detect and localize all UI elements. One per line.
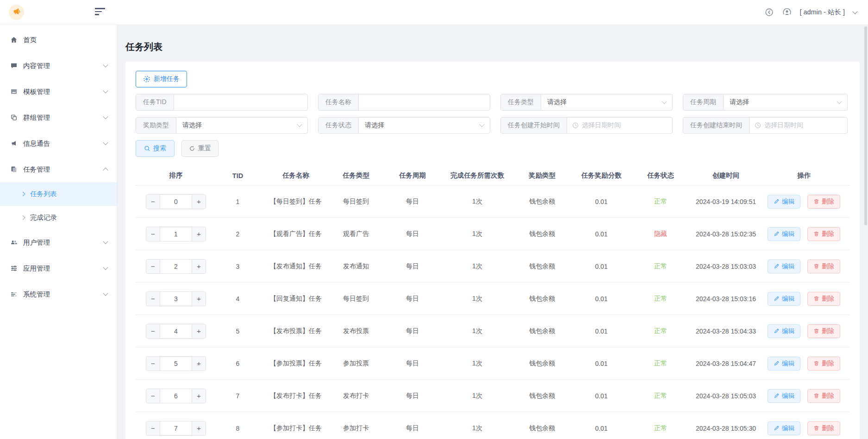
- cell-task-name: 【发布打卡】任务: [259, 380, 332, 412]
- reset-button[interactable]: 重置: [181, 140, 219, 157]
- sort-stepper: − +: [146, 194, 206, 209]
- app-logo[interactable]: [9, 5, 24, 20]
- pencil-icon: [774, 263, 780, 269]
- sidebar-collapse-icon[interactable]: [95, 8, 106, 17]
- edit-button[interactable]: 编辑: [768, 421, 800, 435]
- pencil-icon: [774, 198, 780, 204]
- cell-created-time: 2024-03-28 15:02:35: [693, 218, 758, 250]
- delete-button[interactable]: 删除: [807, 260, 840, 273]
- sort-stepper: − +: [146, 421, 206, 436]
- current-user-label[interactable]: [ admin - 站长 ]: [800, 8, 845, 17]
- sort-input[interactable]: [160, 227, 192, 241]
- task-name-input[interactable]: [359, 94, 490, 110]
- sort-decrease-button[interactable]: −: [146, 227, 160, 241]
- sidebar-item-home[interactable]: 首页: [0, 27, 117, 53]
- col-times-required: 完成任务所需次数: [445, 166, 509, 185]
- add-task-button[interactable]: 新增任务: [136, 71, 187, 87]
- circle-arrow-icon[interactable]: [765, 8, 774, 17]
- cell-tid: 5: [216, 315, 259, 347]
- sidebar-item-group-mgmt[interactable]: 群组管理: [0, 105, 117, 130]
- sidebar-item-system-mgmt[interactable]: 系统管理: [0, 281, 117, 307]
- sort-input[interactable]: [160, 260, 192, 273]
- sort-decrease-button[interactable]: −: [146, 195, 160, 209]
- trash-icon: [813, 393, 819, 399]
- search-icon: [144, 145, 150, 152]
- sort-decrease-button[interactable]: −: [146, 324, 160, 338]
- edit-button[interactable]: 编辑: [768, 324, 800, 338]
- col-actions: 操作: [758, 166, 849, 185]
- sidebar-item-content-mgmt[interactable]: 内容管理: [0, 53, 117, 79]
- delete-button[interactable]: 删除: [807, 357, 840, 371]
- sort-increase-button[interactable]: +: [192, 292, 206, 306]
- sort-decrease-button[interactable]: −: [146, 389, 160, 403]
- sort-increase-button[interactable]: +: [192, 227, 206, 241]
- edit-button[interactable]: 编辑: [768, 260, 800, 273]
- task-tid-input[interactable]: [174, 94, 307, 110]
- edit-button[interactable]: 编辑: [768, 292, 800, 306]
- cell-task-type: 参加打卡: [332, 412, 380, 439]
- table-row: − + 3 【发布通知】任务 发布通知 每日 1次 钱包余额 0.01 正常 2…: [136, 250, 849, 283]
- sidebar-item-template-mgmt[interactable]: 模板管理: [0, 79, 117, 105]
- app-window: [ admin - 站长 ] 首页 内容管理 模板管理 群组管理: [0, 0, 868, 439]
- sort-increase-button[interactable]: +: [192, 357, 206, 371]
- sort-decrease-button[interactable]: −: [146, 421, 160, 435]
- sort-input[interactable]: [160, 292, 192, 306]
- sort-decrease-button[interactable]: −: [146, 260, 160, 273]
- edit-button[interactable]: 编辑: [768, 357, 800, 371]
- sort-increase-button[interactable]: +: [192, 195, 206, 209]
- task-status-select[interactable]: 请选择: [359, 117, 490, 133]
- delete-button[interactable]: 删除: [807, 195, 840, 209]
- col-created-time: 创建时间: [693, 166, 758, 185]
- status-badge: 正常: [654, 392, 667, 399]
- trash-icon: [813, 328, 819, 334]
- cell-task-type: 参加投票: [332, 347, 380, 380]
- cell-tid: 1: [216, 185, 259, 218]
- cell-task-name: 【发布通知】任务: [259, 250, 332, 283]
- cell-task-name: 【每日签到】任务: [259, 185, 332, 218]
- vertical-scrollbar[interactable]: [864, 26, 867, 225]
- sidebar-subitem-complete-records[interactable]: 完成记录: [0, 206, 117, 229]
- cell-task-type: 发布投票: [332, 315, 380, 347]
- sidebar-item-app-mgmt[interactable]: 应用管理: [0, 255, 117, 281]
- sort-decrease-button[interactable]: −: [146, 292, 160, 306]
- sidebar-item-user-mgmt[interactable]: 用户管理: [0, 229, 117, 255]
- sort-input[interactable]: [160, 324, 192, 338]
- sort-input[interactable]: [160, 421, 192, 435]
- delete-button[interactable]: 删除: [807, 389, 840, 403]
- sort-increase-button[interactable]: +: [192, 421, 206, 435]
- search-button[interactable]: 搜索: [136, 140, 175, 157]
- edit-button[interactable]: 编辑: [768, 195, 800, 209]
- task-type-select[interactable]: 请选择: [541, 94, 672, 110]
- sidebar-item-task-mgmt[interactable]: 任务管理: [0, 156, 117, 182]
- delete-button[interactable]: 删除: [807, 324, 840, 338]
- sort-increase-button[interactable]: +: [192, 260, 206, 273]
- task-period-select[interactable]: 请选择: [724, 94, 847, 110]
- delete-button[interactable]: 删除: [807, 227, 840, 241]
- sort-input[interactable]: [160, 195, 192, 209]
- end-datetime-picker[interactable]: 选择日期时间: [749, 117, 847, 133]
- cell-tid: 3: [216, 250, 259, 283]
- header-right-cluster: [ admin - 站长 ]: [765, 0, 857, 25]
- sort-decrease-button[interactable]: −: [146, 357, 160, 371]
- chevron-down-icon[interactable]: [852, 9, 857, 14]
- megaphone-icon: [10, 140, 18, 148]
- user-avatar-icon[interactable]: [782, 8, 792, 17]
- start-datetime-picker[interactable]: 选择日期时间: [567, 117, 672, 133]
- sort-stepper: − +: [146, 389, 206, 403]
- sort-input[interactable]: [160, 357, 192, 371]
- users-icon: [10, 239, 18, 247]
- template-icon: [10, 88, 18, 96]
- sidebar-item-notice[interactable]: 信息通告: [0, 130, 117, 156]
- sort-increase-button[interactable]: +: [192, 324, 206, 338]
- cell-times-required: 1次: [445, 218, 509, 250]
- chevron-down-icon: [103, 239, 108, 244]
- sidebar-subitem-task-list[interactable]: 任务列表: [0, 182, 117, 206]
- sort-increase-button[interactable]: +: [192, 389, 206, 403]
- sort-stepper: − +: [146, 227, 206, 241]
- edit-button[interactable]: 编辑: [768, 227, 800, 241]
- sort-input[interactable]: [160, 389, 192, 403]
- reward-type-select[interactable]: 请选择: [176, 117, 307, 133]
- delete-button[interactable]: 删除: [807, 292, 840, 306]
- edit-button[interactable]: 编辑: [768, 389, 800, 403]
- delete-button[interactable]: 删除: [807, 421, 840, 435]
